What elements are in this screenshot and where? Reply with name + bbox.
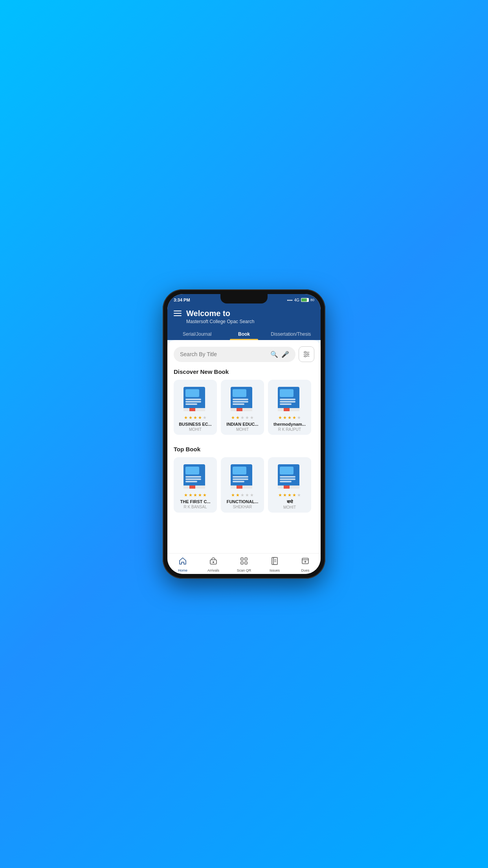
- top-book-3[interactable]: ★ ★ ★ ★ ★ बायो MOHIT: [268, 457, 311, 513]
- white-card: 🔍 🎤 Discov: [167, 340, 321, 553]
- header: Welcome to Mastersoft College Opac Searc…: [167, 306, 321, 340]
- svg-rect-22: [280, 399, 295, 400]
- tab-dissertation[interactable]: Dissertation/Thesis: [268, 329, 314, 340]
- discover-book-1[interactable]: ★ ★ ★ ★ ★ BUSINESS EC... MOHIT: [174, 380, 217, 435]
- svg-rect-7: [185, 389, 199, 397]
- svg-rect-28: [185, 467, 199, 474]
- svg-rect-26: [284, 408, 290, 411]
- search-row: 🔍 🎤: [174, 346, 314, 362]
- svg-point-3: [305, 351, 306, 353]
- top-book-3-title: बायो: [271, 499, 308, 504]
- nav-issues[interactable]: Issues: [259, 557, 290, 572]
- discover-section-title: Discover New Book: [174, 368, 314, 375]
- nav-dues-label: Dues: [301, 568, 309, 572]
- svg-rect-30: [185, 478, 201, 480]
- dues-icon: [301, 557, 310, 567]
- home-icon: [178, 557, 187, 567]
- book-2-stars: ★ ★ ★ ★ ★: [231, 415, 254, 420]
- tab-serial-journal[interactable]: Serial/Journal: [174, 329, 220, 340]
- discover-book-1-title: BUSINESS EC...: [177, 422, 214, 427]
- discover-book-2[interactable]: ★ ★ ★ ★ ★ INDIAN EDUC... MOHIT: [221, 380, 264, 435]
- battery-icon: [301, 298, 309, 302]
- top-book-1-stars: ★ ★ ★ ★ ★: [184, 493, 207, 498]
- nav-arrivals-label: Arrivals: [207, 568, 219, 572]
- battery-percent: 80: [310, 298, 314, 302]
- top-book-1-title: THE FIRST C...: [177, 499, 214, 504]
- search-input[interactable]: [180, 351, 267, 357]
- svg-rect-53: [245, 562, 247, 564]
- nav-home[interactable]: Home: [167, 557, 198, 572]
- nav-scan-qr-label: Scan QR: [237, 568, 251, 572]
- top-book-1[interactable]: ★ ★ ★ ★ ★ THE FIRST C... R K BANSAL: [174, 457, 217, 513]
- book-cover-icon-3: [276, 384, 303, 415]
- search-input-wrap[interactable]: 🔍 🎤: [174, 347, 295, 362]
- mic-icon[interactable]: 🎤: [281, 351, 289, 358]
- nav-arrivals[interactable]: Arrivals: [198, 557, 229, 572]
- discover-book-row: ★ ★ ★ ★ ★ BUSINESS EC... MOHIT: [174, 380, 314, 438]
- nav-issues-label: Issues: [270, 568, 280, 572]
- svg-rect-35: [233, 467, 246, 474]
- svg-rect-17: [233, 403, 244, 405]
- book-cover-icon-1: [182, 384, 209, 415]
- top-book-3-author: MOHIT: [283, 505, 296, 509]
- svg-rect-29: [185, 476, 201, 478]
- status-icons: ▪▪▪▪ 4G 80: [287, 298, 314, 302]
- status-time: 3:34 PM: [174, 298, 190, 302]
- filter-button[interactable]: [299, 346, 314, 362]
- discover-book-2-author: MOHIT: [236, 427, 249, 432]
- search-icon: 🔍: [270, 351, 278, 358]
- svg-rect-24: [280, 403, 292, 405]
- header-top: Welcome to Mastersoft College Opac Searc…: [174, 309, 314, 324]
- svg-point-49: [213, 561, 214, 563]
- svg-rect-19: [237, 408, 242, 411]
- svg-point-4: [307, 353, 308, 355]
- subtitle-text: Mastersoft College Opac Search: [186, 319, 314, 324]
- top-book-cover-1: [182, 461, 209, 493]
- svg-rect-8: [185, 399, 201, 400]
- tab-book[interactable]: Book: [220, 329, 267, 340]
- arrivals-icon: [209, 557, 218, 567]
- top-section-title: Top Book: [174, 446, 314, 452]
- discover-book-1-author: MOHIT: [189, 427, 202, 432]
- phone-frame: 3:34 PM ▪▪▪▪ 4G 80 Welcome to: [163, 289, 325, 579]
- svg-rect-45: [280, 481, 292, 482]
- svg-point-5: [305, 355, 306, 357]
- top-book-2-stars: ★ ★ ★ ★ ★: [231, 493, 254, 498]
- svg-rect-36: [233, 476, 248, 478]
- network-type: 4G: [294, 298, 299, 302]
- status-bar: 3:34 PM ▪▪▪▪ 4G 80: [167, 294, 321, 306]
- top-book-2-title: FUNCTIONAL...: [224, 499, 261, 504]
- top-book-2[interactable]: ★ ★ ★ ★ ★ FUNCTIONAL... SHEKHAR: [221, 457, 264, 513]
- svg-rect-47: [284, 485, 290, 489]
- nav-home-label: Home: [178, 568, 187, 572]
- nav-dues[interactable]: Dues: [290, 557, 321, 572]
- svg-rect-31: [185, 481, 197, 482]
- svg-rect-50: [241, 558, 243, 560]
- svg-rect-51: [245, 558, 247, 560]
- top-book-2-author: SHEKHAR: [233, 505, 252, 509]
- svg-rect-10: [185, 403, 197, 405]
- nav-scan-qr[interactable]: Scan QR: [229, 557, 259, 572]
- main-content: 🔍 🎤 Discov: [167, 340, 321, 553]
- top-book-3-stars: ★ ★ ★ ★ ★: [278, 493, 301, 498]
- bottom-nav: Home Arrivals: [167, 553, 321, 574]
- top-book-cover-3: [276, 461, 303, 493]
- svg-rect-38: [233, 481, 244, 482]
- top-book-row: ★ ★ ★ ★ ★ THE FIRST C... R K BANSAL: [174, 457, 314, 516]
- svg-rect-21: [280, 389, 294, 397]
- svg-rect-44: [280, 478, 295, 480]
- book-3-stars: ★ ★ ★ ★ ★: [278, 415, 301, 420]
- hamburger-button[interactable]: [174, 309, 182, 316]
- svg-rect-15: [233, 399, 248, 400]
- discover-book-3[interactable]: ★ ★ ★ ★ ★ thermodynam... R K RAJPUT: [268, 380, 311, 435]
- svg-rect-33: [189, 485, 195, 489]
- discover-book-2-title: INDIAN EDUC...: [224, 422, 261, 427]
- book-cover-icon-2: [229, 384, 256, 415]
- discover-book-3-title: thermodynam...: [271, 422, 308, 427]
- svg-rect-42: [280, 467, 294, 474]
- svg-rect-37: [233, 478, 248, 480]
- notch: [220, 294, 268, 303]
- svg-rect-12: [189, 408, 195, 411]
- book-1-stars: ★ ★ ★ ★ ★: [184, 415, 207, 420]
- phone-screen: 3:34 PM ▪▪▪▪ 4G 80 Welcome to: [167, 294, 321, 574]
